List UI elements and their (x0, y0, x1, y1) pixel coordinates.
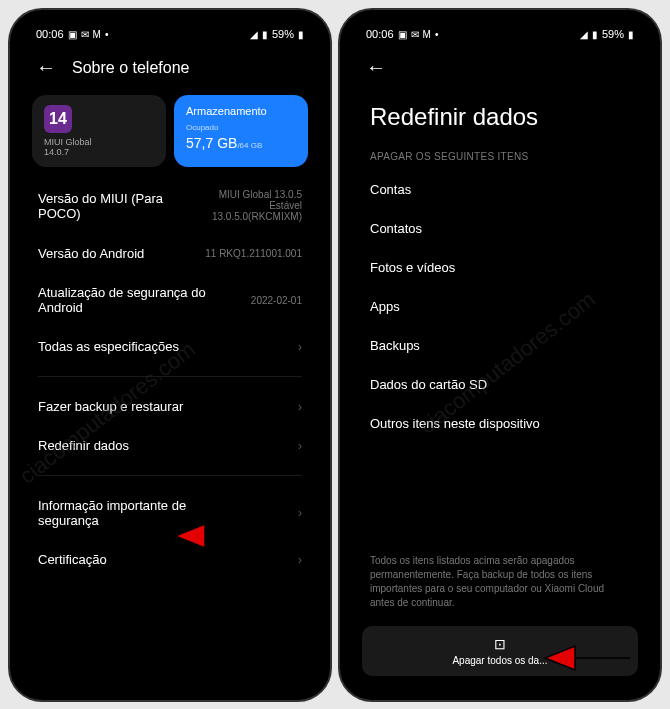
camera-reset-icon: ⊡ (372, 636, 628, 652)
status-time: 00:06 (366, 28, 394, 40)
settings-item-specs[interactable]: Todas as especificações › (20, 327, 320, 366)
data-item-sd[interactable]: Dados do cartão SD (350, 365, 650, 404)
chevron-right-icon: › (298, 506, 302, 520)
miui-label: MIUI Global (44, 137, 154, 147)
message-icon: ✉ (81, 29, 89, 40)
data-item-accounts[interactable]: Contas (350, 170, 650, 209)
section-label: APAGAR OS SEGUINTES ITENS (350, 147, 650, 170)
photo-icon: ▣ (398, 29, 407, 40)
header: ← (350, 44, 650, 91)
gmail-icon: M (423, 29, 431, 40)
settings-item-security-update[interactable]: Atualização de segurança do Android 2022… (20, 273, 320, 327)
data-items-list: Contas Contatos Fotos e vídeos Apps Back… (350, 170, 650, 443)
settings-item-factory-reset[interactable]: Redefinir dados › (20, 426, 320, 465)
statusbar: 00:06 ▣ ✉ M • ◢ ▮ 59% ▮ (20, 20, 320, 44)
status-battery: 59% (272, 28, 294, 40)
screen-right: 00:06 ▣ ✉ M • ◢ ▮ 59% ▮ ← Redefinir dado… (350, 20, 650, 690)
storage-total: /64 GB (237, 141, 262, 150)
settings-item-safety-info[interactable]: Informação importante de segurança › (20, 486, 320, 540)
gmail-icon: M (93, 29, 101, 40)
statusbar: 00:06 ▣ ✉ M • ◢ ▮ 59% ▮ (350, 20, 650, 44)
chevron-right-icon: › (298, 400, 302, 414)
battery-icon: ▮ (298, 29, 304, 40)
storage-card[interactable]: Armazenamento Ocupado 57,7 GB/64 GB (174, 95, 308, 167)
wifi-icon: ◢ (250, 29, 258, 40)
dot-icon: • (435, 29, 439, 40)
settings-list-2: Fazer backup e restaurar › Redefinir dad… (20, 381, 320, 471)
page-title: Sobre o telefone (72, 59, 189, 77)
signal-icon: ▮ (262, 29, 268, 40)
data-item-apps[interactable]: Apps (350, 287, 650, 326)
message-icon: ✉ (411, 29, 419, 40)
signal-icon: ▮ (592, 29, 598, 40)
screen-left: 00:06 ▣ ✉ M • ◢ ▮ 59% ▮ ← Sobre o telefo… (20, 20, 320, 690)
erase-all-button[interactable]: ⊡ Apagar todos os da... (362, 626, 638, 676)
settings-list-1: Versão do MIUI (Para POCO) MIUI Global 1… (20, 171, 320, 372)
cards-row: 14 MIUI Global 14.0.7 Armazenamento Ocup… (20, 91, 320, 171)
phone-right: 00:06 ▣ ✉ M • ◢ ▮ 59% ▮ ← Redefinir dado… (340, 10, 660, 700)
wifi-icon: ◢ (580, 29, 588, 40)
data-item-backups[interactable]: Backups (350, 326, 650, 365)
photo-icon: ▣ (68, 29, 77, 40)
storage-sub: Ocupado (186, 123, 296, 132)
miui-icon: 14 (44, 105, 72, 133)
battery-icon: ▮ (628, 29, 634, 40)
settings-list-3: Informação importante de segurança › Cer… (20, 480, 320, 585)
back-button[interactable]: ← (36, 56, 56, 79)
chevron-right-icon: › (298, 553, 302, 567)
footer-warning: Todos os itens listados acima serão apag… (350, 546, 650, 622)
dot-icon: • (105, 29, 109, 40)
data-item-photos[interactable]: Fotos e vídeos (350, 248, 650, 287)
status-battery: 59% (602, 28, 624, 40)
page-title: Redefinir dados (350, 91, 650, 147)
data-item-other[interactable]: Outros itens neste dispositivo (350, 404, 650, 443)
back-button[interactable]: ← (366, 56, 386, 79)
status-time: 00:06 (36, 28, 64, 40)
miui-version: 14.0.7 (44, 147, 154, 157)
divider (38, 475, 302, 476)
header: ← Sobre o telefone (20, 44, 320, 91)
settings-item-miui[interactable]: Versão do MIUI (Para POCO) MIUI Global 1… (20, 177, 320, 234)
storage-used: 57,7 GB (186, 135, 237, 151)
settings-item-backup[interactable]: Fazer backup e restaurar › (20, 387, 320, 426)
storage-title: Armazenamento (186, 105, 296, 117)
phone-left: 00:06 ▣ ✉ M • ◢ ▮ 59% ▮ ← Sobre o telefo… (10, 10, 330, 700)
data-item-contacts[interactable]: Contatos (350, 209, 650, 248)
chevron-right-icon: › (298, 439, 302, 453)
erase-label: Apagar todos os da... (372, 655, 628, 666)
settings-item-certification[interactable]: Certificação › (20, 540, 320, 579)
settings-item-android[interactable]: Versão do Android 11 RKQ1.211001.001 (20, 234, 320, 273)
divider (38, 376, 302, 377)
chevron-right-icon: › (298, 340, 302, 354)
miui-version-card[interactable]: 14 MIUI Global 14.0.7 (32, 95, 166, 167)
